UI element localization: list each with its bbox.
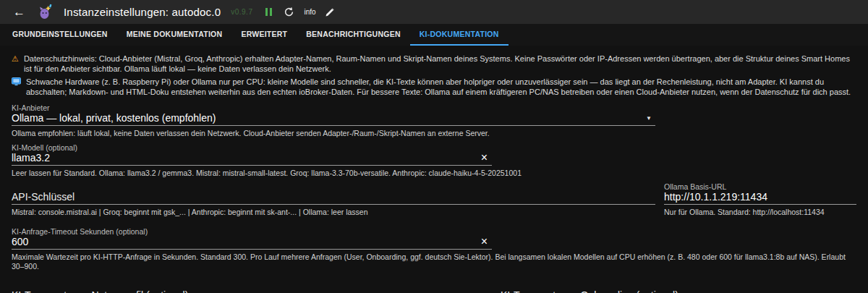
clear-icon[interactable]: × — [481, 153, 492, 164]
ollama-url-label: Ollama Basis-URL — [664, 182, 856, 191]
hardware-notice-text: Schwache Hardware (z. B. Raspberry Pi) o… — [26, 77, 856, 97]
chevron-down-icon[interactable]: ▼ — [646, 115, 655, 124]
timeout-input[interactable]: 600 × — [12, 236, 492, 250]
field-ki-anbieter: KI-Anbieter Ollama — lokal, privat, kost… — [12, 103, 856, 139]
info-label: info — [304, 8, 315, 16]
temp-nutzerprofil-label-spacer — [12, 281, 490, 289]
ki-modell-label: KI-Modell (optional) — [12, 143, 856, 152]
api-row: API-Schlüssel Mistral: console.mistral.a… — [12, 182, 856, 222]
ollama-url-value: http://10.1.1.219:11434 — [664, 192, 856, 203]
timeout-helper: Maximale Wartezeit pro KI-HTTP-Anfrage i… — [12, 252, 856, 272]
ki-modell-input[interactable]: llama3.2 × — [12, 152, 492, 166]
api-schluessel-helper: Mistral: console.mistral.ai | Groq: begi… — [12, 208, 655, 218]
back-icon[interactable]: ← — [13, 6, 25, 18]
field-timeout: KI-Anfrage-Timeout Sekunden (optional) 6… — [12, 227, 856, 272]
field-temp-onboarding: KI-Temperatur — Onboarding (optional) Wi… — [501, 281, 856, 293]
appbar: ← Instanzeinstellungen: autodoc.0 v0.9.7… — [0, 0, 868, 24]
api-schluessel-placeholder-label: API-Schlüssel — [12, 192, 655, 203]
tab-bar: GRUNDEINSTELLUNGEN MEINE DOKUMENTATION E… — [0, 24, 868, 46]
tab-grundeinstellungen[interactable]: GRUNDEINSTELLUNGEN — [3, 24, 117, 46]
settings-panel: ⚠ Datenschutzhinweis: Cloud-Anbieter (Mi… — [0, 46, 868, 293]
timeout-value: 600 — [12, 237, 481, 247]
tab-meine-dokumentation[interactable]: MEINE DOKUMENTATION — [117, 24, 232, 46]
ki-anbieter-helper: Ollama empfohlen: läuft lokal, keine Dat… — [12, 129, 856, 139]
temp-onboarding-placeholder-label: KI-Temperatur — Onboarding (optional) — [501, 290, 856, 293]
refresh-icon[interactable] — [284, 7, 294, 17]
ki-anbieter-select[interactable]: Ollama — lokal, privat, kostenlos (empfo… — [12, 112, 655, 126]
ki-modell-value: llama3.2 — [12, 153, 481, 164]
hardware-notice: Schwache Hardware (z. B. Raspberry Pi) o… — [12, 77, 856, 97]
field-ki-modell: KI-Modell (optional) llama3.2 × Leer las… — [12, 143, 856, 179]
monitor-icon — [12, 77, 21, 97]
clear-icon[interactable]: × — [481, 237, 492, 247]
edit-pencil-icon[interactable] — [325, 7, 335, 17]
privacy-notice: ⚠ Datenschutzhinweis: Cloud-Anbieter (Mi… — [12, 54, 856, 74]
api-schluessel-label-spacer — [12, 182, 655, 191]
pause-icon[interactable] — [264, 7, 273, 17]
temperature-row: KI-Temperatur — Nutzerprofil (optional) … — [12, 281, 856, 293]
ki-anbieter-value: Ollama — lokal, privat, kostenlos (empfo… — [12, 113, 646, 124]
api-schluessel-input[interactable]: API-Schlüssel — [12, 191, 655, 205]
temp-onboarding-input[interactable]: KI-Temperatur — Onboarding (optional) — [501, 289, 856, 293]
field-temp-nutzerprofil: KI-Temperatur — Nutzerprofil (optional) … — [12, 281, 490, 293]
version-badge: v0.9.7 — [231, 8, 252, 16]
temp-nutzerprofil-input[interactable]: KI-Temperatur — Nutzerprofil (optional) — [12, 289, 490, 293]
ollama-url-helper: Nur für Ollama. Standard: http://localho… — [664, 208, 856, 218]
tab-ki-dokumentation[interactable]: KI-DOKUMENTATION — [410, 24, 509, 46]
warning-icon: ⚠ — [12, 54, 19, 74]
ki-modell-helper: Leer lassen für Standard. Ollama: llama3… — [12, 169, 856, 179]
privacy-notice-text: Datenschutzhinweis: Cloud-Anbieter (Mist… — [24, 54, 856, 74]
temp-nutzerprofil-placeholder-label: KI-Temperatur — Nutzerprofil (optional) — [12, 290, 490, 293]
field-api-schluessel: API-Schlüssel Mistral: console.mistral.a… — [12, 182, 655, 218]
page-title: Instanzeinstellungen: autodoc.0 — [64, 6, 221, 18]
instance-settings-window: ← Instanzeinstellungen: autodoc.0 v0.9.7… — [0, 0, 868, 293]
adapter-logo — [37, 4, 54, 20]
tab-erweitert[interactable]: ERWEITERT — [231, 24, 297, 46]
ki-anbieter-label: KI-Anbieter — [12, 103, 856, 112]
field-ollama-basis-url: Ollama Basis-URL http://10.1.1.219:11434… — [664, 182, 856, 218]
temp-onboarding-label-spacer — [501, 281, 856, 289]
timeout-label: KI-Anfrage-Timeout Sekunden (optional) — [12, 227, 856, 236]
ollama-url-input[interactable]: http://10.1.1.219:11434 — [664, 191, 856, 205]
tab-benachrichtigungen[interactable]: BENACHRICHTIGUNGEN — [297, 24, 410, 46]
